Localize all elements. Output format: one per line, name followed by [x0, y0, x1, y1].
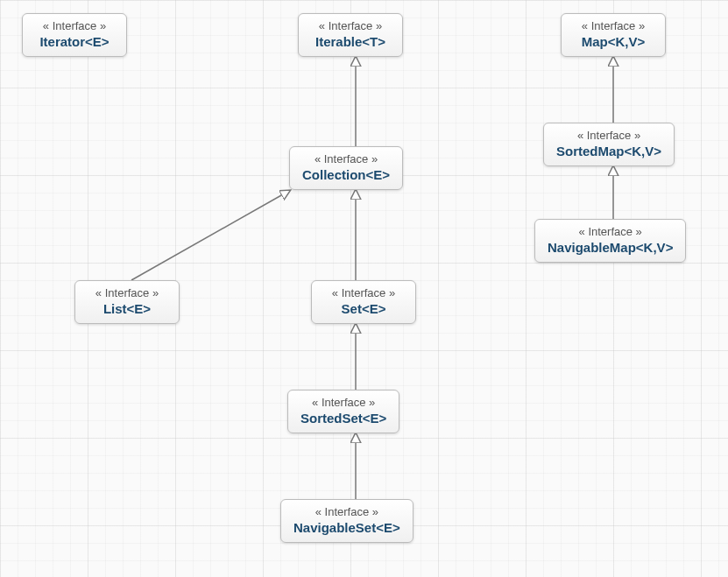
node-collection[interactable]: « Interface » Collection<E>	[289, 146, 403, 190]
node-sortedset[interactable]: « Interface » SortedSet<E>	[287, 390, 399, 433]
node-iterator[interactable]: « Interface » Iterator<E>	[22, 13, 127, 57]
classname: NavigableSet<E>	[293, 520, 400, 535]
stereotype-label: « Interface »	[88, 286, 166, 299]
classname: SortedMap<K,V>	[556, 144, 661, 158]
node-iterable[interactable]: « Interface » Iterable<T>	[298, 13, 403, 57]
classname: SortedSet<E>	[300, 411, 386, 426]
node-set[interactable]: « Interface » Set<E>	[311, 280, 416, 324]
node-sortedmap[interactable]: « Interface » SortedMap<K,V>	[543, 123, 675, 166]
stereotype-label: « Interface »	[302, 152, 390, 165]
classname: List<E>	[88, 301, 166, 316]
edge-list-collection	[131, 191, 289, 280]
node-navigableset[interactable]: « Interface » NavigableSet<E>	[280, 499, 413, 543]
uml-canvas: « Interface » Iterator<E> « Interface » …	[0, 0, 728, 577]
stereotype-label: « Interface »	[35, 19, 114, 32]
stereotype-label: « Interface »	[556, 129, 661, 142]
stereotype-label: « Interface »	[293, 505, 400, 518]
stereotype-label: « Interface »	[574, 19, 653, 32]
stereotype-label: « Interface »	[548, 225, 673, 238]
classname: Set<E>	[324, 301, 403, 316]
node-map[interactable]: « Interface » Map<K,V>	[561, 13, 666, 57]
stereotype-label: « Interface »	[300, 396, 386, 409]
node-list[interactable]: « Interface » List<E>	[74, 280, 180, 324]
node-navigablemap[interactable]: « Interface » NavigableMap<K,V>	[534, 219, 686, 263]
classname: Map<K,V>	[574, 34, 653, 49]
classname: Iterator<E>	[35, 34, 114, 49]
stereotype-label: « Interface »	[324, 286, 403, 299]
classname: Collection<E>	[302, 167, 390, 182]
classname: NavigableMap<K,V>	[548, 240, 673, 255]
classname: Iterable<T>	[311, 34, 390, 49]
stereotype-label: « Interface »	[311, 19, 390, 32]
